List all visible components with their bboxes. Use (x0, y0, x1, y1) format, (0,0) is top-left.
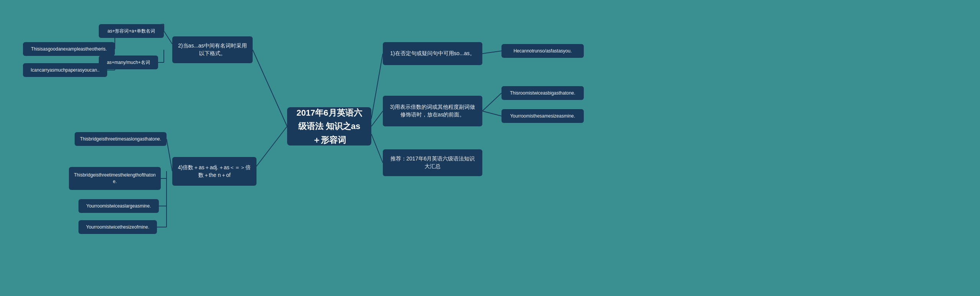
left-branch1-child4: Icancarryasmuchpaperasyoucan.. (23, 63, 107, 77)
svg-line-21 (482, 51, 501, 54)
right-branch3-label: 推荐：2017年6月英语六级语法知识大汇总 (388, 155, 477, 170)
left-branch1-child3: as+many/much+名词 (99, 56, 158, 69)
svg-line-0 (253, 50, 287, 126)
left-branch2-label: 4)倍数＋as＋adj.＋as＜＝＞倍数＋the n＋of (178, 164, 251, 179)
right-branch3-node: 推荐：2017年6月英语六级语法知识大汇总 (383, 149, 482, 176)
left-branch2-child1: Thisbridgeisthreetimesaslongasthatone. (75, 132, 167, 146)
central-node: 2017年6月英语六级语法 知识之as＋形容词 (287, 107, 371, 146)
right-branch1-child1-text: Hecannotrunso/asfastasyou. (513, 48, 572, 54)
left-branch2-child3: Yourroomistwiceaslargeasmine. (78, 199, 159, 213)
svg-line-25 (371, 134, 383, 163)
left-branch1-child2: Thisisasgoodanexampleastheotheris. (23, 42, 115, 56)
left-branch1-label: 2)当as...as中间有名词时采用以下格式。 (178, 42, 247, 57)
right-branch1-node: 1)在否定句或疑问句中可用so...as。 (383, 42, 482, 65)
left-branch2-child4-text: Yourroomistwicethesizeofmine. (86, 224, 149, 231)
right-branch1-child1: Hecannotrunso/asfastasyou. (501, 44, 584, 58)
connectors (0, 0, 980, 296)
svg-line-20 (371, 54, 383, 119)
left-branch1-child1: as+形容词+a+单数名词 (99, 24, 164, 38)
svg-line-22 (371, 111, 383, 126)
right-branch1-label: 1)在否定句或疑问句中可用so...as。 (390, 50, 475, 57)
svg-line-24 (482, 111, 501, 116)
left-branch2-child1-text: Thisbridgeisthreetimesaslongasthatone. (80, 136, 161, 142)
right-branch2-child1: Thisroomistwiceasbigasthatone. (501, 86, 584, 100)
svg-line-23 (482, 93, 501, 111)
left-branch2-child4: Yourroomistwicethesizeofmine. (78, 220, 157, 234)
left-branch2-node: 4)倍数＋as＋adj.＋as＜＝＞倍数＋the n＋of (172, 157, 256, 186)
mind-map: 2017年6月英语六级语法 知识之as＋形容词 2)当as...as中间有名词时… (0, 0, 980, 296)
right-branch2-child2: Yourroomisthesamesizeasmine. (501, 109, 584, 123)
right-branch2-node: 3)用表示倍数的词或其他程度副词做修饰语时，放在as的前面。 (383, 96, 482, 126)
svg-line-11 (253, 126, 287, 171)
right-branch2-label: 3)用表示倍数的词或其他程度副词做修饰语时，放在as的前面。 (388, 103, 477, 118)
left-branch1-child2-text: Thisisasgoodanexampleastheotheris. (31, 46, 107, 52)
left-branch1-child4-text: Icancarryasmuchpaperasyoucan.. (31, 67, 100, 74)
svg-line-12 (167, 139, 172, 171)
left-branch1-node: 2)当as...as中间有名词时采用以下格式。 (172, 36, 253, 63)
right-branch2-child2-text: Yourroomisthesamesizeasmine. (510, 113, 575, 119)
left-branch2-child2-text: Thisbridgeisthreetimesthelengthofthaton … (73, 172, 157, 185)
left-branch1-child1-text: as+形容词+a+单数名词 (108, 28, 155, 34)
right-branch2-child1-text: Thisroomistwiceasbigasthatone. (510, 90, 575, 96)
svg-line-1 (164, 31, 172, 44)
left-branch1-child3-text: as+many/much+名词 (107, 59, 150, 66)
central-node-text: 2017年6月英语六级语法 知识之as＋形容词 (295, 106, 364, 147)
left-branch2-child2: Thisbridgeisthreetimesthelengthofthaton … (69, 167, 161, 190)
left-branch2-child3-text: Yourroomistwiceaslargeasmine. (87, 203, 151, 209)
